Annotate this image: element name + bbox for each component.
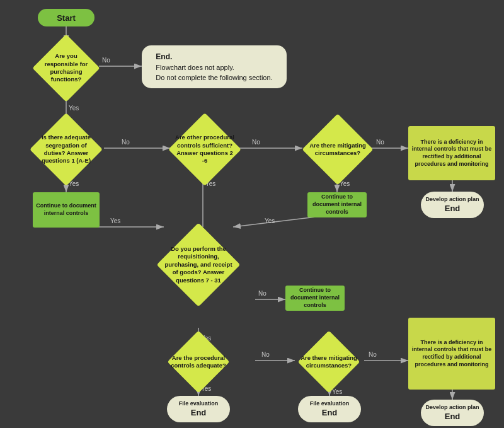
- diamond6-text: Are the procedural controls adequate?: [167, 354, 230, 370]
- svg-text:No: No: [252, 139, 260, 146]
- deficiency2-node: There is a deficiency in internal contro…: [408, 318, 495, 390]
- svg-text:No: No: [122, 139, 130, 146]
- action-end1-node: Develop action plan End: [421, 192, 484, 218]
- continue3-text: Continue to document internal controls: [289, 287, 341, 309]
- file-eval2-end: End: [310, 407, 350, 419]
- svg-text:Yes: Yes: [110, 217, 120, 224]
- action-end2-node: Develop action plan End: [421, 400, 484, 426]
- end-notapply-body: Flowchart does not apply. Do not complet…: [156, 62, 272, 83]
- diamond3-text: Are other procedural controls sufficient…: [173, 134, 236, 165]
- diamond5-text: Do you perform the requisitioning, purch…: [164, 245, 232, 284]
- deficiency1-node: There is a deficiency in internal contro…: [408, 126, 495, 180]
- file-eval1-node: File evaluation End: [167, 396, 230, 422]
- continue1-node: Continue to document internal controls: [33, 192, 100, 228]
- continue3-node: Continue to document internal controls: [285, 286, 345, 311]
- file-eval2-node: File evaluation End: [298, 396, 361, 422]
- continue1-text: Continue to document internal controls: [36, 202, 96, 217]
- diamond4-text: Are there mitigating circumstances?: [307, 142, 368, 158]
- diamond3-node: Are other procedural controls sufficient…: [167, 123, 243, 176]
- diamond5-node: Do you perform the requisitioning, purch…: [158, 224, 239, 306]
- flowchart: No Yes No No No Yes Yes Yes Yes Yes No: [0, 0, 504, 428]
- action-end1-end: End: [425, 203, 479, 214]
- action-end1-label: Develop action plan: [425, 195, 479, 204]
- diamond2-text: Is there adequate segregation of duties?…: [35, 134, 98, 165]
- diamond6-node: Are the procedural controls adequate?: [159, 340, 238, 383]
- end-notapply-box: End. Flowchart does not apply. Do not co…: [142, 45, 287, 88]
- svg-text:No: No: [261, 351, 270, 358]
- action-end2-end: End: [425, 411, 479, 422]
- diamond4-node: Are there mitigating circumstances?: [301, 123, 375, 176]
- diamond1-node: Are you responsible for purchasing funct…: [30, 43, 102, 93]
- svg-text:Yes: Yes: [265, 217, 275, 224]
- file-eval2-label: File evaluation: [310, 400, 350, 408]
- diamond7-node: Are there mitigating circumstances?: [292, 340, 366, 383]
- svg-text:No: No: [376, 139, 384, 146]
- svg-text:No: No: [258, 290, 266, 297]
- start-node: Start: [38, 9, 94, 26]
- deficiency1-text: There is a deficiency in internal contro…: [411, 139, 492, 168]
- svg-text:Yes: Yes: [332, 388, 342, 395]
- diamond1-text: Are you responsible for purchasing funct…: [38, 52, 94, 83]
- svg-text:Yes: Yes: [69, 105, 79, 112]
- diamond7-text: Are there mitigating circumstances?: [299, 354, 359, 370]
- file-eval1-end: End: [179, 407, 219, 419]
- action-end2-label: Develop action plan: [425, 403, 479, 412]
- start-label: Start: [57, 13, 76, 23]
- svg-text:No: No: [102, 57, 110, 64]
- deficiency2-text: There is a deficiency in internal contro…: [411, 339, 492, 369]
- diamond2-node: Is there adequate segregation of duties?…: [26, 123, 106, 176]
- continue2-text: Continue to document internal controls: [311, 194, 364, 216]
- svg-text:No: No: [369, 351, 377, 358]
- continue2-node: Continue to document internal controls: [307, 192, 367, 217]
- end-notapply-title: End.: [156, 51, 272, 62]
- file-eval1-label: File evaluation: [179, 400, 219, 408]
